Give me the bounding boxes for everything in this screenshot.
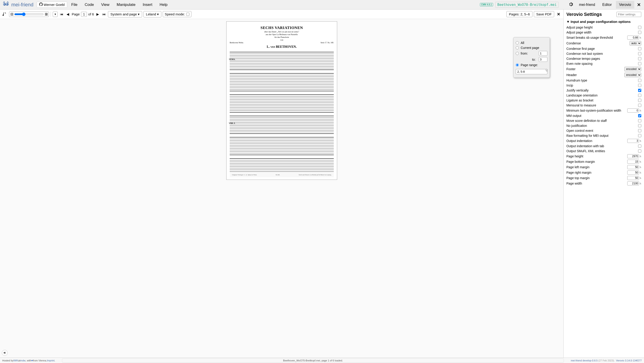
- font-dropdown[interactable]: Leland▾: [144, 11, 161, 18]
- close-pdf-bar-button[interactable]: ✕: [556, 12, 562, 17]
- range-label: Page range:: [521, 63, 548, 67]
- setting-select[interactable]: encoded: [624, 73, 641, 77]
- breaks-dropdown[interactable]: System and page▾: [108, 11, 142, 18]
- setting-checkbox[interactable]: [638, 114, 641, 117]
- setting-checkbox[interactable]: [638, 57, 641, 60]
- spinner-icon[interactable]: ⇅: [640, 177, 641, 179]
- setting-checkbox[interactable]: [638, 62, 641, 65]
- menu-view[interactable]: View: [98, 1, 113, 8]
- cmn-version-badge: CMN 4.0.1: [480, 3, 493, 6]
- speaker-icon[interactable]: [2, 350, 8, 356]
- settings-section-toggle[interactable]: ▼ Input and page configuration options: [564, 19, 644, 25]
- setting-number-input[interactable]: [627, 171, 639, 175]
- setting-label: MM output: [566, 114, 638, 118]
- zoom-in-button[interactable]: ⊞: [44, 12, 49, 17]
- speed-mode-checkbox[interactable]: [186, 13, 190, 16]
- pages-range-button[interactable]: Pages: 2, 5–6: [506, 11, 532, 17]
- zoom-out-button[interactable]: ⊟: [9, 12, 14, 17]
- setting-row: Mensural to measure: [564, 103, 644, 108]
- setting-checkbox[interactable]: [638, 145, 641, 148]
- page-input[interactable]: [81, 12, 87, 17]
- next-page-button[interactable]: ▶: [95, 12, 100, 17]
- setting-checkbox[interactable]: [638, 52, 641, 55]
- spinner-icon[interactable]: ⇅: [640, 155, 641, 158]
- setting-row: Page width⇅: [564, 181, 644, 186]
- tab-verovio[interactable]: Verovio: [616, 1, 634, 9]
- spinner-icon[interactable]: ⇅: [640, 109, 641, 112]
- filename-display[interactable]: Beethoven_WoO70-Breitkopf.mei: [495, 2, 559, 8]
- range-input[interactable]: [516, 69, 548, 74]
- github-badge[interactable]: Werner Goebl: [37, 2, 67, 8]
- gear-icon[interactable]: [569, 2, 573, 7]
- setting-checkbox[interactable]: [638, 26, 641, 29]
- setting-checkbox[interactable]: [638, 129, 641, 132]
- setting-row: Page right margin⇅: [564, 170, 644, 175]
- setting-select[interactable]: encoded: [624, 67, 641, 71]
- menu-file[interactable]: File: [68, 1, 80, 8]
- score-footer-left: Original-Verleger: C. A. Spina in Wien.: [232, 174, 257, 176]
- setting-checkbox[interactable]: [638, 47, 641, 50]
- setting-checkbox[interactable]: [638, 134, 641, 137]
- setting-label: Condense first page: [566, 47, 638, 51]
- imprint-link[interactable]: Imprint: [47, 359, 54, 362]
- setting-number-input[interactable]: [627, 36, 639, 40]
- setting-row: Humdrum type: [564, 78, 644, 83]
- spinner-icon[interactable]: ⇅: [640, 166, 641, 168]
- setting-checkbox[interactable]: [638, 84, 641, 87]
- spinner-icon[interactable]: ⇅: [640, 182, 641, 185]
- first-page-button[interactable]: ⏮: [59, 12, 64, 17]
- from-input[interactable]: [539, 51, 548, 56]
- notation-icon[interactable]: [2, 11, 8, 17]
- setting-number-input[interactable]: [627, 176, 639, 180]
- iwk-link[interactable]: IWK: [14, 359, 18, 362]
- setting-row: Raw formatting for MEI output: [564, 133, 644, 138]
- setting-row: Condense not last system: [564, 51, 644, 56]
- setting-number-input[interactable]: [627, 109, 639, 113]
- filter-settings-input[interactable]: [616, 12, 641, 17]
- nav-dropdown[interactable]: ▾: [53, 12, 58, 17]
- speed-mode-toggle[interactable]: Speed mode:: [163, 11, 192, 17]
- zoom-slider[interactable]: [14, 13, 44, 16]
- setting-select[interactable]: auto: [630, 41, 641, 46]
- last-page-button[interactable]: ⏭: [102, 12, 106, 17]
- radio-all[interactable]: [516, 41, 519, 44]
- setting-checkbox[interactable]: [638, 149, 641, 153]
- menu-help[interactable]: Help: [156, 1, 170, 8]
- tab-mei-friend[interactable]: mei-friend: [576, 1, 598, 9]
- setting-number-input[interactable]: [627, 181, 639, 185]
- setting-label: Output SMuFL XML entities: [566, 149, 638, 153]
- radio-current[interactable]: [516, 46, 519, 49]
- setting-checkbox[interactable]: [638, 89, 641, 92]
- score-subtitle-2: aus der Oper La Molinara von Paisiello: [230, 33, 334, 36]
- setting-checkbox[interactable]: [638, 104, 641, 107]
- prev-page-button[interactable]: ◀: [66, 12, 70, 17]
- radio-from[interactable]: [516, 52, 519, 55]
- spinner-icon[interactable]: ⇅: [640, 140, 641, 142]
- to-input[interactable]: [539, 57, 548, 62]
- spinner-icon[interactable]: ⇅: [640, 37, 641, 39]
- spinner-icon[interactable]: ⇅: [640, 171, 641, 174]
- close-settings-button[interactable]: ✕: [635, 2, 643, 8]
- setting-label: Adjust page height: [566, 26, 638, 29]
- menu-code[interactable]: Code: [82, 1, 97, 8]
- tab-editor[interactable]: Editor: [599, 1, 615, 9]
- setting-checkbox[interactable]: [638, 119, 641, 122]
- settings-rows[interactable]: Adjust page heightAdjust page widthSmart…: [564, 25, 644, 357]
- setting-checkbox[interactable]: [638, 99, 641, 102]
- setting-checkbox[interactable]: [638, 79, 641, 82]
- save-pdf-button[interactable]: Save PDF: [534, 11, 554, 17]
- setting-checkbox[interactable]: [638, 94, 641, 97]
- setting-number-input[interactable]: [627, 165, 639, 169]
- radio-range[interactable]: [516, 63, 519, 67]
- menu-manipulate[interactable]: Manipulate: [114, 1, 139, 8]
- setting-number-input[interactable]: [627, 154, 639, 158]
- notation-area[interactable]: SECHS VARIATIONEN über das Duett: „Nel c…: [0, 19, 564, 357]
- mdw-link[interactable]: mdw: [20, 359, 26, 362]
- spinner-icon[interactable]: ⇅: [640, 161, 641, 163]
- menu-insert[interactable]: Insert: [140, 1, 156, 8]
- setting-checkbox[interactable]: [638, 31, 641, 34]
- setting-number-input[interactable]: [627, 160, 639, 164]
- setting-row: Page bottom margin⇅: [564, 159, 644, 164]
- setting-number-input[interactable]: [627, 139, 639, 143]
- setting-checkbox[interactable]: [638, 124, 641, 127]
